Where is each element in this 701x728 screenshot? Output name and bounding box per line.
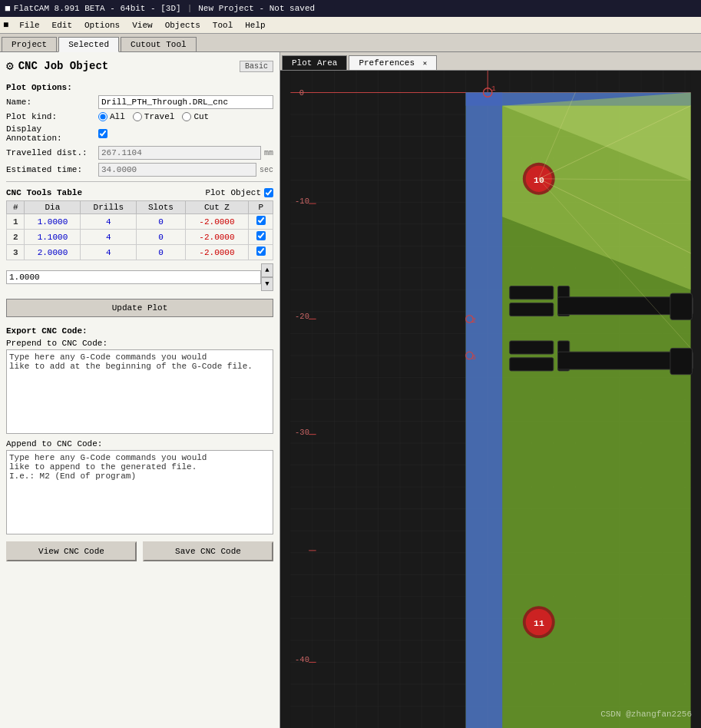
- plot-object-label: Plot Object: [205, 188, 261, 197]
- plot-kind-row: Plot kind: All Travel Cut: [6, 112, 273, 121]
- row3-num: 3: [7, 245, 25, 260]
- save-cnc-button[interactable]: Save CNC Code: [143, 541, 273, 561]
- svg-text:11: 11: [534, 619, 544, 628]
- table-row: 2 1.1000 4 0 -2.0000: [7, 230, 273, 245]
- tab-project[interactable]: Project: [2, 37, 57, 51]
- svg-rect-56: [510, 303, 554, 316]
- cnc-table: # Dia Drills Slots Cut Z P 1 1.0000 4 0 …: [6, 200, 273, 260]
- row2-num: 2: [7, 230, 25, 245]
- row2-drills: 4: [81, 230, 137, 245]
- travelled-dist-row: Travelled dist.: mm: [6, 146, 273, 160]
- col-header-p: P: [249, 201, 273, 214]
- left-panel: ⚙ CNC Job Object Basic Plot Options: Nam…: [0, 52, 280, 728]
- row3-check[interactable]: [249, 245, 273, 260]
- menu-tool[interactable]: Tool: [207, 19, 239, 31]
- row1-check[interactable]: [249, 214, 273, 230]
- menu-file[interactable]: File: [13, 19, 45, 31]
- app-menu-icon: ■: [3, 20, 8, 31]
- svg-text:-30: -30: [295, 428, 309, 437]
- watermark: CSDN @zhangfan2256: [600, 710, 692, 719]
- canvas-area[interactable]: 1 10 2 6: [280, 71, 701, 728]
- travelled-dist-input[interactable]: [98, 146, 261, 160]
- prepend-label: Prepend to CNC Code:: [6, 339, 273, 348]
- panel-title: ⚙ CNC Job Object: [6, 58, 108, 74]
- plot-tabs: Plot Area Preferences ✕: [280, 52, 701, 71]
- name-input[interactable]: [98, 95, 273, 109]
- svg-text:-20: -20: [295, 312, 309, 321]
- svg-text:-40: -40: [295, 655, 309, 664]
- radio-travel-input[interactable]: [133, 112, 142, 121]
- svg-rect-64: [670, 348, 693, 374]
- cnc-tools-title: CNC Tools Table: [6, 188, 82, 197]
- svg-rect-59: [510, 358, 554, 371]
- svg-text:0: 0: [299, 88, 304, 98]
- app-icon: ■: [5, 3, 11, 15]
- plot-svg: 1 10 2 6: [280, 71, 701, 728]
- estimated-time-input[interactable]: [98, 163, 256, 177]
- menu-options[interactable]: Options: [78, 19, 126, 31]
- spinner-down[interactable]: ▼: [261, 277, 273, 291]
- col-header-slots: Slots: [137, 201, 185, 214]
- tab-preferences[interactable]: Preferences ✕: [349, 55, 437, 70]
- plot-object-checkbox[interactable]: [264, 188, 273, 197]
- svg-rect-51: [466, 93, 503, 728]
- row2-cutz: -2.0000: [185, 230, 249, 245]
- view-cnc-button[interactable]: View CNC Code: [6, 541, 137, 561]
- main-area: ⚙ CNC Job Object Basic Plot Options: Nam…: [0, 52, 701, 728]
- travelled-dist-label: Travelled dist.:: [6, 148, 98, 157]
- display-annotation-row: Display Annotation:: [6, 124, 273, 143]
- row3-cutz: -2.0000: [185, 245, 249, 260]
- spinner-up[interactable]: ▲: [261, 263, 273, 277]
- estimated-time-unit: sec: [260, 166, 273, 174]
- separator-1: [6, 181, 273, 182]
- row2-check[interactable]: [249, 230, 273, 245]
- menu-edit[interactable]: Edit: [46, 19, 78, 31]
- spinner-row: ▲ ▼: [6, 263, 273, 291]
- name-row: Name:: [6, 95, 273, 109]
- travelled-dist-unit: mm: [264, 149, 273, 157]
- preferences-close-icon[interactable]: ✕: [423, 60, 427, 68]
- update-plot-button[interactable]: Update Plot: [6, 299, 273, 317]
- plot-kind-label: Plot kind:: [6, 112, 98, 121]
- col-header-cutz: Cut Z: [185, 201, 249, 214]
- tab-plot-area[interactable]: Plot Area: [282, 55, 347, 70]
- tab-bar: Project Selected Cutout Tool: [0, 34, 701, 52]
- cnc-icon: ⚙: [6, 58, 14, 74]
- plot-object-row: Plot Object: [205, 188, 273, 197]
- radio-all-input[interactable]: [98, 112, 107, 121]
- row2-dia: 1.1000: [25, 230, 81, 245]
- radio-cut-input[interactable]: [182, 112, 191, 121]
- basic-badge: Basic: [240, 61, 273, 72]
- menu-view[interactable]: View: [126, 19, 158, 31]
- tab-selected[interactable]: Selected: [58, 37, 119, 52]
- spinner-input[interactable]: [6, 270, 261, 284]
- plot-options-label: Plot Options:: [6, 83, 273, 92]
- titlebar: ■ FlatCAM 8.991 BETA - 64bit - [3D] | Ne…: [0, 0, 701, 17]
- tab-cutout[interactable]: Cutout Tool: [121, 37, 197, 51]
- row3-slots: 0: [137, 245, 185, 260]
- right-panel: Plot Area Preferences ✕: [280, 52, 701, 728]
- bottom-buttons: View CNC Code Save CNC Code: [6, 541, 273, 561]
- radio-all[interactable]: All: [98, 112, 125, 121]
- app-title: FlatCAM 8.991 BETA - 64bit - [3D]: [14, 4, 181, 13]
- display-annotation-label: Display Annotation:: [6, 124, 98, 143]
- row1-slots: 0: [137, 214, 185, 230]
- append-textarea[interactable]: Type here any G-Code commands you would …: [6, 450, 273, 534]
- menu-help[interactable]: Help: [239, 19, 271, 31]
- radio-cut[interactable]: Cut: [182, 112, 209, 121]
- export-section: Export CNC Code: Prepend to CNC Code: Ty…: [6, 326, 273, 537]
- row3-dia: 2.0000: [25, 245, 81, 260]
- menu-objects[interactable]: Objects: [159, 19, 207, 31]
- col-header-num: #: [7, 201, 25, 214]
- prepend-textarea[interactable]: Type here any G-Code commands you would …: [6, 349, 273, 434]
- row1-dia: 1.0000: [25, 214, 81, 230]
- panel-title-text: CNC Job Object: [18, 60, 109, 72]
- display-annotation-checkbox[interactable]: [98, 129, 107, 138]
- table-row: 1 1.0000 4 0 -2.0000: [7, 214, 273, 230]
- row1-drills: 4: [81, 214, 137, 230]
- plot-kind-group: All Travel Cut: [98, 112, 209, 121]
- svg-rect-55: [510, 286, 554, 299]
- radio-travel[interactable]: Travel: [133, 112, 175, 121]
- svg-rect-58: [510, 341, 554, 354]
- col-header-dia: Dia: [25, 201, 81, 214]
